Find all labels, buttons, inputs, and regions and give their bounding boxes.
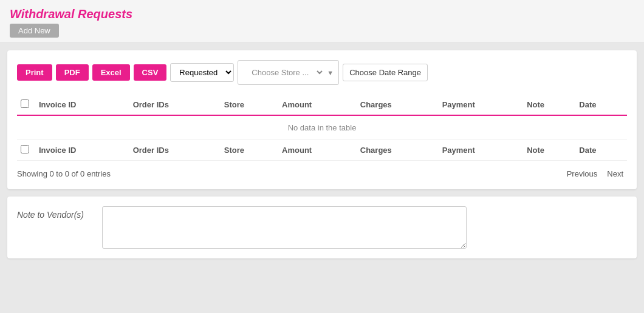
footer-order-ids: Order IDs — [129, 140, 221, 161]
add-new-button[interactable]: Add New — [10, 24, 59, 38]
no-data-row: No data in the table — [17, 115, 627, 140]
data-table: Invoice ID Order IDs Store Amount Charge… — [17, 95, 627, 161]
footer-store: Store — [221, 140, 278, 161]
col-amount-header: Amount — [278, 95, 357, 115]
select-all-checkbox[interactable] — [21, 99, 29, 108]
col-date: Date — [575, 95, 627, 115]
choose-store-wrapper[interactable]: Choose Store ... ▼ — [238, 60, 339, 85]
footer-date: Date — [575, 140, 627, 161]
col-order-ids: Order IDs — [129, 95, 221, 115]
toolbar: Print PDF Excel CSV Requested Approved R… — [17, 60, 627, 85]
bottom-section: Note to Vendor(s) — [7, 197, 637, 258]
pdf-button[interactable]: PDF — [56, 64, 89, 81]
status-select[interactable]: Requested Approved Rejected — [170, 63, 234, 82]
table-header-row: Invoice ID Order IDs Store Amount Charge… — [17, 95, 627, 115]
footer-note: Note — [523, 140, 575, 161]
footer-amount: Amount — [278, 140, 357, 161]
col-store: Store — [221, 95, 278, 115]
note-section: Note to Vendor(s) — [17, 206, 627, 249]
choose-store-select[interactable]: Choose Store ... — [243, 64, 324, 81]
no-data-message: No data in the table — [17, 115, 627, 140]
note-textarea[interactable] — [102, 206, 467, 249]
showing-entries-text: Showing 0 to 0 of 0 entries — [17, 169, 111, 178]
excel-button[interactable]: Excel — [92, 64, 130, 81]
csv-button[interactable]: CSV — [134, 64, 167, 81]
top-bar: Withdrawal Requests Add New — [0, 0, 644, 43]
checkbox-header-cell — [17, 95, 35, 115]
page-title: Withdrawal Requests — [10, 7, 634, 21]
note-label: Note to Vendor(s) — [17, 206, 90, 220]
footer-payment: Payment — [439, 140, 523, 161]
col-payment: Payment — [439, 95, 523, 115]
footer-checkbox-cell — [17, 140, 35, 161]
col-invoice-id: Invoice ID — [35, 95, 129, 115]
pagination-row: Showing 0 to 0 of 0 entries Previous Nex… — [17, 168, 627, 180]
footer-invoice-id: Invoice ID — [35, 140, 129, 161]
pagination-buttons: Previous Next — [563, 168, 627, 180]
footer-charges: Charges — [357, 140, 439, 161]
previous-button[interactable]: Previous — [563, 168, 601, 180]
date-range-button[interactable]: Choose Date Range — [343, 64, 428, 81]
chevron-down-icon: ▼ — [327, 69, 334, 76]
table-footer-row: Invoice ID Order IDs Store Amount Charge… — [17, 140, 627, 161]
col-note: Note — [523, 95, 575, 115]
print-button[interactable]: Print — [17, 64, 52, 81]
footer-select-all-checkbox[interactable] — [21, 145, 29, 153]
col-charges-header: Charges — [357, 95, 439, 115]
next-button[interactable]: Next — [603, 168, 627, 180]
main-content: Print PDF Excel CSV Requested Approved R… — [7, 50, 637, 189]
